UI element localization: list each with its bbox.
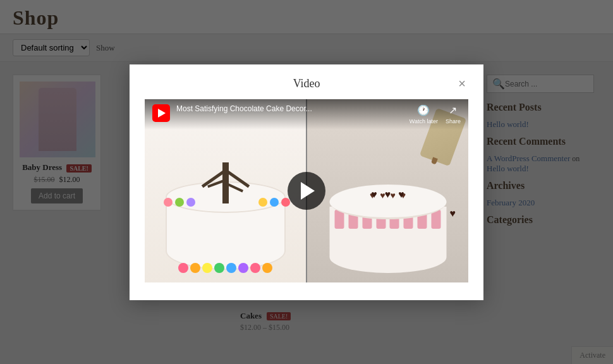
modal-overlay[interactable]: Video × Most Satisfying Chocolate Cake D… [0, 0, 613, 364]
video-modal: Video × Most Satisfying Chocolate Cake D… [130, 64, 483, 300]
modal-header: Video × [145, 77, 468, 90]
play-icon [301, 182, 315, 200]
modal-close-button[interactable]: × [456, 77, 468, 90]
video-container[interactable]: Most Satisfying Chocolate Cake Decor... … [145, 99, 468, 282]
modal-title: Video [157, 77, 456, 90]
video-play-overlay[interactable] [145, 99, 468, 282]
play-button[interactable] [288, 172, 325, 210]
